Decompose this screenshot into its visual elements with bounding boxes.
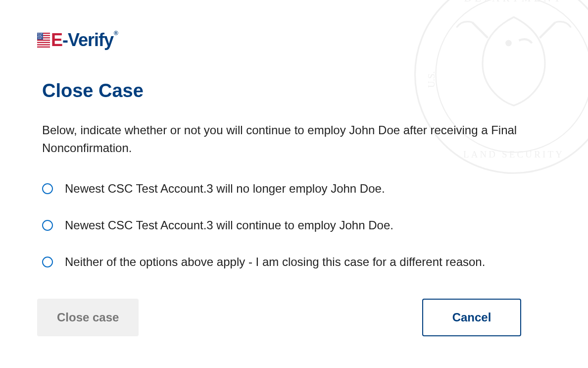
- svg-rect-12: [41, 35, 42, 36]
- flag-icon: [37, 33, 50, 48]
- svg-rect-18: [43, 33, 50, 34]
- svg-rect-14: [40, 37, 41, 38]
- radio-icon: [42, 183, 53, 194]
- svg-rect-24: [37, 47, 50, 48]
- button-row: Close case Cancel: [37, 299, 551, 336]
- svg-rect-20: [43, 37, 50, 38]
- radio-icon: [42, 257, 53, 267]
- cancel-button[interactable]: Cancel: [422, 299, 521, 336]
- main-container: E-Verify® Close Case Below, indicate whe…: [0, 0, 588, 366]
- svg-rect-9: [40, 34, 41, 35]
- radio-label: Neither of the options above apply - I a…: [65, 255, 485, 269]
- page-title: Close Case: [42, 80, 551, 102]
- svg-rect-21: [37, 40, 50, 41]
- svg-rect-15: [42, 37, 43, 38]
- svg-rect-17: [41, 38, 42, 39]
- svg-rect-22: [37, 42, 50, 43]
- svg-rect-11: [39, 35, 40, 36]
- svg-rect-23: [37, 44, 50, 45]
- svg-rect-10: [42, 34, 43, 35]
- radio-label: Newest CSC Test Account.3 will continue …: [65, 218, 393, 232]
- svg-rect-16: [39, 38, 40, 39]
- radio-option-continue-employ[interactable]: Newest CSC Test Account.3 will continue …: [42, 218, 551, 232]
- radio-option-no-longer-employ[interactable]: Newest CSC Test Account.3 will no longer…: [42, 182, 551, 196]
- radio-label: Newest CSC Test Account.3 will no longer…: [65, 182, 385, 196]
- close-case-button[interactable]: Close case: [37, 299, 139, 336]
- radio-option-neither[interactable]: Neither of the options above apply - I a…: [42, 255, 551, 269]
- radio-group: Newest CSC Test Account.3 will no longer…: [42, 182, 551, 269]
- radio-icon: [42, 220, 53, 231]
- logo-text: E-Verify®: [51, 30, 118, 51]
- svg-rect-13: [38, 37, 39, 38]
- svg-rect-8: [38, 34, 39, 35]
- everify-logo: E-Verify®: [37, 30, 551, 51]
- svg-rect-19: [43, 35, 50, 36]
- instruction-text: Below, indicate whether or not you will …: [42, 121, 527, 157]
